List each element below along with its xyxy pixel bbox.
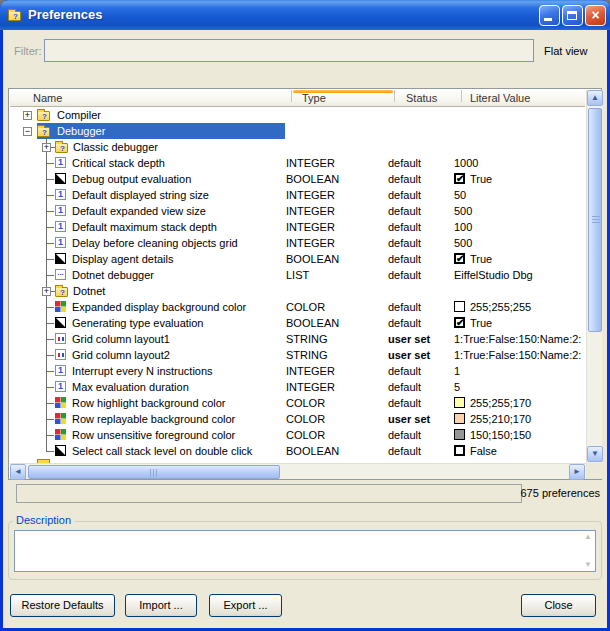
table-row[interactable]: Row replayable background colorCOLORuser… (10, 411, 585, 427)
table-row[interactable]: ...Dotnet debuggerLISTdefaultEiffelStudi… (10, 267, 585, 283)
preference-status: default (388, 395, 421, 411)
table-row[interactable]: Expanded display background colorCOLORde… (10, 299, 585, 315)
vertical-scroll-thumb[interactable] (588, 108, 602, 332)
table-row[interactable]: Display agent detailsBOOLEANdefault✔True (10, 251, 585, 267)
column-header-status[interactable]: Status (406, 90, 437, 106)
tree-line (46, 339, 54, 340)
preference-type: STRING (286, 331, 328, 347)
preference-name: Select call stack level on double click (72, 443, 252, 459)
tree-expander[interactable]: + (42, 287, 51, 296)
tree-line (46, 387, 54, 388)
table-row[interactable]: +Classic debugger (10, 139, 585, 155)
string-type-icon (55, 349, 66, 360)
description-scroll-up-icon: ▲ (584, 533, 592, 541)
preference-name: Delay before cleaning objects grid (72, 235, 238, 251)
preference-name: Grid column layout2 (72, 347, 170, 363)
integer-type-icon: 1 (55, 189, 66, 200)
integer-type-icon: 1 (55, 365, 66, 376)
preference-type: COLOR (286, 299, 325, 315)
table-row[interactable]: Generating type evaluationBOOLEANdefault… (10, 315, 585, 331)
close-button[interactable]: Close (521, 594, 596, 617)
preference-status: default (388, 203, 421, 219)
value-checkbox[interactable]: ✔ (454, 173, 465, 184)
column-header-literal[interactable]: Literal Value (470, 90, 530, 106)
close-window-button[interactable]: × (585, 5, 606, 26)
table-row[interactable]: Grid column layout2STRINGuser set1:True:… (10, 347, 585, 363)
table-row[interactable]: +Compiler (10, 107, 585, 123)
vertical-scrollbar[interactable]: ▲ ▼ (586, 90, 602, 463)
table-row[interactable]: Debug output evaluationBOOLEANdefault✔Tr… (10, 171, 585, 187)
table-row[interactable]: 1Interrupt every N instructionsINTEGERde… (10, 363, 585, 379)
tree-line (46, 243, 54, 244)
filter-input[interactable] (44, 39, 534, 62)
tree-line (46, 259, 54, 260)
horizontal-scroll-thumb[interactable] (28, 465, 280, 479)
preference-type: BOOLEAN (286, 251, 339, 267)
minimize-button[interactable] (539, 5, 560, 26)
preference-status: default (388, 299, 421, 315)
table-row[interactable]: 1Max evaluation durationINTEGERdefault5 (10, 379, 585, 395)
scroll-up-button[interactable]: ▲ (587, 90, 603, 106)
boolean-type-icon (55, 445, 66, 456)
tree-expander[interactable]: − (23, 127, 32, 136)
preference-status: default (388, 427, 421, 443)
grid-header[interactable]: Name Type Status Literal Value (10, 90, 585, 107)
preference-type: COLOR (286, 427, 325, 443)
window-title: Preferences (28, 7, 102, 22)
tree-line (46, 275, 54, 276)
value-checkbox[interactable]: ✔ (454, 253, 465, 264)
preference-name: Display agent details (72, 251, 174, 267)
scroll-right-button[interactable]: ► (569, 464, 585, 480)
tree-line (46, 179, 54, 180)
flat-view-toggle[interactable]: Flat view (544, 45, 587, 57)
color-type-icon (55, 429, 66, 440)
import-button[interactable]: Import ... (125, 594, 197, 617)
horizontal-scrollbar[interactable]: ◄ ► (10, 463, 586, 479)
column-header-name[interactable]: Name (33, 90, 62, 106)
description-textarea[interactable] (14, 530, 596, 572)
tree-line (46, 307, 54, 308)
table-row[interactable]: 1Default expanded view sizeINTEGERdefaul… (10, 203, 585, 219)
preference-name: Default maximum stack depth (72, 219, 217, 235)
scrollbar-corner (586, 463, 602, 479)
table-row[interactable]: Row unsensitive foreground colorCOLORdef… (10, 427, 585, 443)
preference-value: 1:True:False:150:Name:2: (454, 347, 581, 363)
color-type-icon (55, 397, 66, 408)
table-row[interactable]: 1Default maximum stack depthINTEGERdefau… (10, 219, 585, 235)
titlebar[interactable]: Preferences × (0, 0, 610, 30)
tree-expander[interactable]: + (23, 111, 32, 120)
table-row[interactable]: Select call stack level on double clickB… (10, 443, 585, 459)
preference-type: BOOLEAN (286, 315, 339, 331)
preference-name: Debug output evaluation (72, 171, 191, 187)
preference-value: True (470, 251, 492, 267)
table-row[interactable]: Row highlight background colorCOLORdefau… (10, 395, 585, 411)
table-row[interactable]: +Dotnet (10, 283, 585, 299)
table-row[interactable]: 1Default displayed string sizeINTEGERdef… (10, 187, 585, 203)
scroll-left-button[interactable]: ◄ (10, 464, 26, 480)
maximize-button[interactable] (562, 5, 583, 26)
preference-type: INTEGER (286, 219, 335, 235)
tree-line (46, 443, 47, 451)
preference-type: INTEGER (286, 363, 335, 379)
value-checkbox[interactable]: ✔ (454, 317, 465, 328)
tree-expander[interactable]: + (42, 143, 51, 152)
preference-type: INTEGER (286, 203, 335, 219)
scroll-down-button[interactable]: ▼ (587, 446, 603, 462)
column-separator (291, 90, 292, 102)
preference-value: 255;255;170 (470, 395, 531, 411)
preference-value: False (470, 443, 497, 459)
restore-defaults-button[interactable]: Restore Defaults (10, 594, 115, 617)
preference-name: Max evaluation duration (72, 379, 189, 395)
dialog-content: Filter: Flat view Name Type Status Liter… (3, 30, 607, 628)
folder-icon (55, 287, 68, 297)
description-scroll-down-icon: ▼ (584, 561, 592, 569)
preference-status: user set (388, 411, 430, 427)
preference-value: 255;255;255 (470, 299, 531, 315)
table-row[interactable]: Grid column layout1STRINGuser set1:True:… (10, 331, 585, 347)
table-row[interactable]: 1Critical stack depthINTEGERdefault1000 (10, 155, 585, 171)
preference-status: default (388, 363, 421, 379)
export-button[interactable]: Export ... (209, 594, 282, 617)
table-row[interactable]: −Debugger (10, 123, 585, 139)
table-row[interactable]: 1Delay before cleaning objects gridINTEG… (10, 235, 585, 251)
value-checkbox[interactable] (454, 445, 465, 456)
